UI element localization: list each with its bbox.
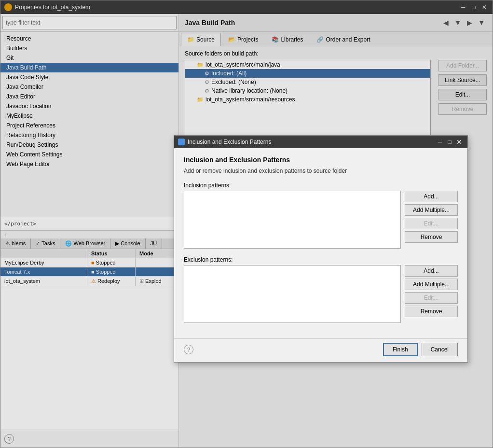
cancel-button[interactable]: Cancel	[422, 343, 458, 356]
dialog-help-icon[interactable]: ?	[184, 345, 193, 354]
dialog-title-left: Inclusion and Exclusion Patterns	[178, 139, 271, 145]
inclusion-exclusion-dialog: Inclusion and Exclusion Patterns ─ □ ✕ I…	[174, 135, 468, 363]
exclusion-pattern-list[interactable]	[184, 265, 401, 323]
exclusion-add-multiple-button[interactable]: Add Multiple...	[405, 279, 458, 290]
inclusion-pattern-row: Add... Add Multiple... Edit... Remove	[184, 191, 458, 249]
dialog-overlay: Inclusion and Exclusion Patterns ─ □ ✕ I…	[0, 0, 493, 448]
dialog-heading: Inclusion and Exclusion Patterns	[184, 156, 458, 164]
dialog-close-button[interactable]: ✕	[455, 138, 464, 146]
inclusion-pattern-buttons: Add... Add Multiple... Edit... Remove	[405, 191, 458, 243]
dialog-app-icon	[178, 139, 185, 145]
footer-left: ?	[184, 343, 193, 356]
exclusion-pattern-row: Add... Add Multiple... Edit... Remove	[184, 265, 458, 323]
inclusion-add-button[interactable]: Add...	[405, 191, 458, 202]
finish-button[interactable]: Finish	[383, 343, 418, 356]
dialog-description: Add or remove inclusion and exclusion pa…	[184, 168, 458, 174]
inclusion-label: Inclusion patterns:	[184, 182, 458, 189]
dialog-body: Inclusion and Exclusion Patterns Add or …	[174, 148, 467, 338]
dialog-maximize-button[interactable]: □	[445, 138, 454, 146]
exclusion-pattern-buttons: Add... Add Multiple... Edit... Remove	[405, 265, 458, 317]
inclusion-patterns-section: Inclusion patterns: Add... Add Multiple.…	[184, 182, 458, 249]
dialog-controls: ─ □ ✕	[436, 138, 464, 146]
dialog-title-bar: Inclusion and Exclusion Patterns ─ □ ✕	[174, 136, 467, 148]
dialog-title: Inclusion and Exclusion Patterns	[188, 139, 271, 145]
inclusion-remove-button[interactable]: Remove	[405, 231, 458, 243]
exclusion-patterns-section: Exclusion patterns: Add... Add Multiple.…	[184, 256, 458, 323]
exclusion-remove-button[interactable]: Remove	[405, 306, 458, 317]
dialog-footer: ? Finish Cancel	[174, 338, 467, 362]
inclusion-add-multiple-button[interactable]: Add Multiple...	[405, 204, 458, 216]
dialog-minimize-button[interactable]: ─	[436, 138, 444, 146]
exclusion-edit-button[interactable]: Edit...	[405, 292, 458, 304]
exclusion-label: Exclusion patterns:	[184, 256, 458, 263]
inclusion-edit-button[interactable]: Edit...	[405, 218, 458, 229]
exclusion-add-button[interactable]: Add...	[405, 265, 458, 277]
inclusion-pattern-list[interactable]	[184, 191, 401, 249]
